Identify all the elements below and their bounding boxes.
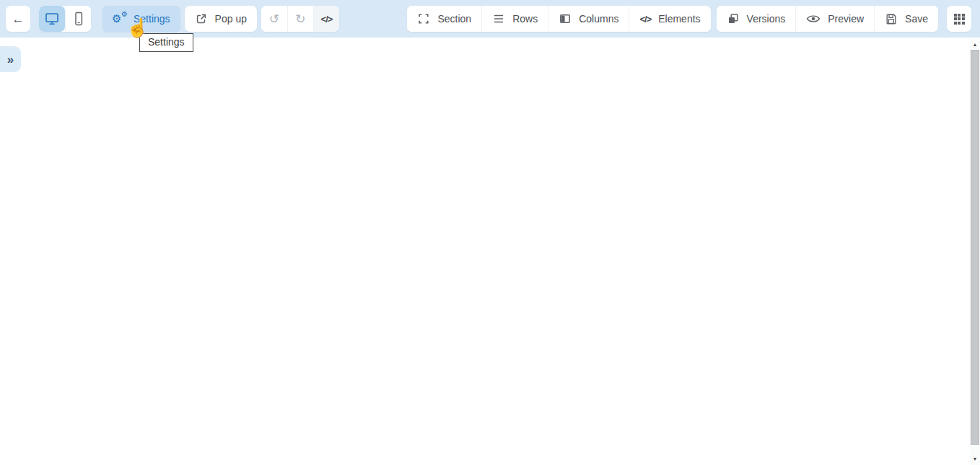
gear-icon-small: ⚙ — [121, 10, 128, 19]
apps-grid-button[interactable] — [947, 6, 971, 32]
actions-group: Versions Preview Save — [717, 6, 938, 32]
code-icon: </> — [321, 14, 333, 24]
rows-icon — [492, 12, 505, 25]
section-button-label: Section — [437, 13, 471, 25]
smartphone-icon — [71, 12, 86, 26]
columns-icon — [559, 12, 572, 25]
back-button[interactable]: ← — [6, 6, 30, 32]
apps-grid-icon — [954, 14, 965, 25]
builder-group: Section Rows Columns </> Elements — [407, 6, 710, 32]
builder-canvas — [0, 38, 970, 465]
rows-button[interactable]: Rows — [481, 6, 548, 32]
gears-icon: ⚙ ⚙ — [113, 12, 126, 25]
code-view-button[interactable]: </> — [313, 6, 339, 32]
code-brackets-icon: </> — [639, 14, 651, 24]
section-button[interactable]: Section — [407, 6, 481, 32]
eye-icon — [806, 14, 821, 24]
popup-button-label: Pop up — [215, 13, 247, 25]
scrollbar-thumb[interactable] — [971, 50, 979, 445]
scroll-down-arrow[interactable]: ▼ — [970, 453, 980, 464]
save-floppy-icon — [885, 12, 898, 25]
vertical-scrollbar[interactable]: ▲ ▼ — [970, 39, 980, 465]
elements-button-label: Elements — [658, 13, 700, 25]
columns-button[interactable]: Columns — [548, 6, 629, 32]
external-link-icon — [195, 12, 208, 25]
settings-button[interactable]: ⚙ ⚙ Settings — [102, 6, 180, 32]
chevrons-right-icon: » — [7, 53, 14, 66]
top-toolbar: ← ⚙ ⚙ Settings Pop up — [0, 0, 980, 38]
arrow-left-icon: ← — [12, 13, 25, 25]
history-group: ↺ ↻ </> — [261, 6, 339, 32]
popup-button[interactable]: Pop up — [185, 6, 257, 32]
undo-icon: ↺ — [269, 13, 279, 25]
scroll-up-arrow[interactable]: ▲ — [970, 39, 980, 49]
mobile-view-button[interactable] — [65, 6, 91, 32]
redo-icon: ↻ — [295, 13, 305, 25]
monitor-icon — [45, 12, 59, 25]
desktop-view-button[interactable] — [39, 6, 65, 32]
settings-tooltip: Settings — [139, 33, 193, 52]
gear-icon-large: ⚙ — [112, 12, 121, 25]
versions-button-label: Versions — [747, 13, 786, 25]
rows-button-label: Rows — [512, 13, 538, 25]
device-toggle — [39, 6, 91, 32]
versions-icon — [727, 12, 740, 25]
preview-button-label: Preview — [828, 13, 864, 25]
preview-button[interactable]: Preview — [795, 6, 874, 32]
columns-button-label: Columns — [579, 13, 618, 25]
save-button-label: Save — [905, 13, 928, 25]
redo-button[interactable]: ↻ — [287, 6, 313, 32]
expand-corners-icon — [417, 12, 430, 25]
versions-button[interactable]: Versions — [717, 6, 796, 32]
save-button[interactable]: Save — [874, 6, 938, 32]
expand-sidebar-button[interactable]: » — [0, 46, 21, 72]
elements-button[interactable]: </> Elements — [629, 6, 710, 32]
settings-button-label: Settings — [134, 13, 170, 25]
undo-button[interactable]: ↺ — [261, 6, 287, 32]
